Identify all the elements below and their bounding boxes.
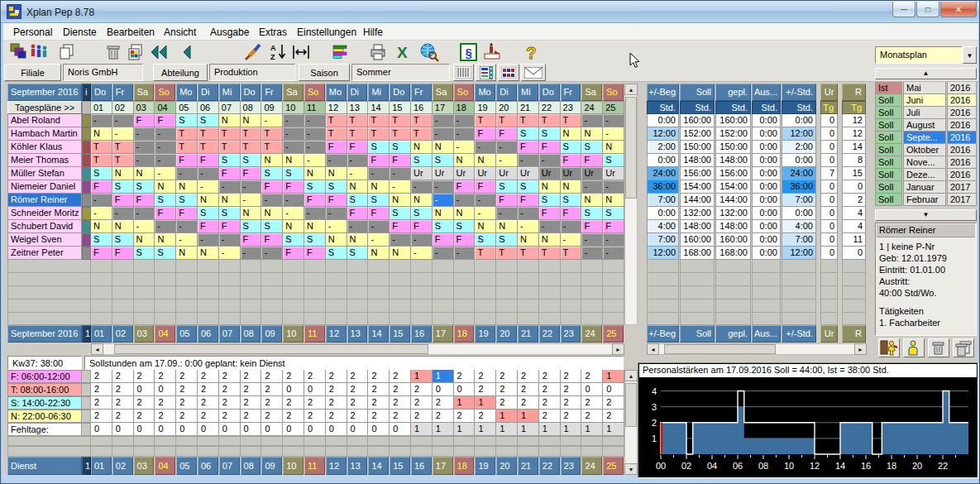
shift-cell[interactable]: - — [134, 220, 155, 233]
shift-cell[interactable]: - — [91, 114, 112, 127]
shift-cell[interactable]: - — [134, 207, 155, 220]
month-scope[interactable]: Soll — [875, 169, 902, 181]
coverage-value[interactable]: 2 — [518, 396, 539, 410]
hours-value[interactable]: 160:00 — [680, 114, 715, 127]
hours-value[interactable]: 144:00 — [715, 194, 751, 207]
shift-cell[interactable]: T — [561, 247, 582, 260]
shift-cell[interactable]: T — [347, 114, 369, 127]
shift-cell[interactable]: N — [454, 154, 476, 167]
shift-cell[interactable]: N — [134, 233, 155, 247]
dienst-day-09[interactable]: 09 — [261, 457, 282, 475]
coverage-value[interactable]: 2 — [539, 383, 561, 396]
back-icon[interactable] — [177, 42, 197, 62]
shift-cell[interactable]: S — [390, 207, 411, 220]
ur-days[interactable]: 0 — [820, 233, 838, 247]
shift-cell[interactable]: F — [261, 233, 283, 247]
dienst-day-13[interactable]: 13 — [347, 457, 368, 475]
shift-cell[interactable]: F — [326, 141, 347, 154]
shift-cell[interactable]: S — [283, 167, 304, 180]
coverage-value[interactable]: 2 — [134, 410, 155, 423]
month-scope[interactable]: Soll — [875, 119, 902, 132]
color-grid-icon[interactable] — [498, 64, 519, 81]
coverage-value[interactable]: 2 — [390, 370, 411, 383]
coverage-value[interactable]: 2 — [368, 383, 390, 396]
dow-header-06[interactable]: Di — [198, 84, 218, 101]
shift-cell[interactable]: T — [475, 114, 496, 127]
hours-value[interactable]: 154:00 — [715, 180, 751, 194]
coverage-value[interactable]: 2 — [241, 383, 262, 396]
saison-button[interactable]: Saison — [299, 64, 350, 81]
day-number-24[interactable]: 24 — [581, 101, 603, 114]
dienst-day-21[interactable]: 21 — [518, 457, 538, 475]
employee-name[interactable]: Müller Stefan — [7, 167, 82, 180]
month-name[interactable]: August — [903, 119, 946, 132]
dienst-day-23[interactable]: 23 — [561, 457, 581, 475]
shift-cell[interactable]: S — [603, 154, 624, 167]
shift-cell[interactable]: N — [603, 141, 624, 154]
day-number-07[interactable]: 07 — [219, 101, 241, 114]
shift-cell[interactable]: Ur — [475, 167, 496, 180]
shift-cell[interactable]: F — [134, 194, 155, 207]
coverage-value[interactable]: 2 — [219, 383, 241, 396]
shift-cell[interactable]: - — [219, 233, 241, 247]
hours-value[interactable]: 0:00 — [752, 194, 781, 207]
shift-cell[interactable]: Ur — [518, 167, 539, 180]
shift-cell[interactable]: - — [411, 247, 433, 260]
employee-name[interactable]: Meier Thomas — [7, 154, 82, 167]
shift-cell[interactable]: F — [198, 154, 219, 167]
coverage-value[interactable]: 2 — [198, 410, 219, 423]
month-scope[interactable]: Soll — [875, 94, 902, 107]
shift-cell[interactable]: - — [304, 114, 326, 127]
hours-value[interactable]: 2:00 — [647, 141, 679, 154]
coverage-value[interactable]: 2 — [496, 370, 518, 383]
coverage-value[interactable]: 1 — [496, 423, 518, 436]
hours-value[interactable]: 150:00 — [715, 141, 751, 154]
paste-special-icon[interactable] — [127, 42, 146, 62]
day-number-21[interactable]: 21 — [518, 101, 539, 114]
dienst-day-14[interactable]: 14 — [368, 457, 389, 475]
shift-cell[interactable]: - — [176, 167, 198, 180]
month-scope[interactable]: Soll — [875, 156, 902, 169]
shift-cell[interactable]: - — [241, 247, 262, 260]
hours-col-0[interactable]: +/-Beg — [647, 84, 679, 101]
coverage-value[interactable]: 0 — [155, 423, 176, 436]
coverage-value[interactable]: 2 — [433, 396, 454, 410]
shift-cell[interactable]: S — [539, 194, 561, 207]
dow-header-25[interactable]: So — [603, 84, 624, 101]
hours-value[interactable]: 2:00 — [782, 141, 816, 154]
coverage-value[interactable]: 0 — [347, 423, 369, 436]
shift-cell[interactable]: T — [241, 127, 262, 141]
hours-value[interactable]: 152:00 — [715, 127, 751, 141]
tagesplaene-button[interactable]: Tagespläne >> — [7, 101, 82, 114]
shift-cell[interactable]: Ur — [581, 167, 603, 180]
shift-cell[interactable]: T — [390, 114, 411, 127]
shift-cell[interactable]: - — [112, 207, 134, 220]
day-number-25[interactable]: 25 — [603, 101, 624, 114]
shift-cell[interactable]: S — [198, 114, 219, 127]
shift-cell[interactable]: - — [454, 247, 476, 260]
shift-cell[interactable]: T — [91, 141, 112, 154]
shift-cell[interactable]: S — [539, 127, 561, 141]
coverage-value[interactable]: 0 — [581, 383, 603, 396]
footer-month-day-16[interactable]: 16 — [411, 325, 432, 343]
shift-cell[interactable]: - — [304, 141, 326, 154]
shift-cell[interactable]: - — [603, 180, 624, 194]
hours-value[interactable]: 160:00 — [715, 114, 751, 127]
menu-item-personal[interactable]: Personal — [13, 26, 52, 38]
shift-cell[interactable]: - — [496, 141, 518, 154]
shift-cell[interactable]: N — [368, 247, 390, 260]
month-scope[interactable]: Soll — [875, 194, 902, 206]
dow-header-12[interactable]: Mo — [326, 84, 347, 101]
shift-cell[interactable]: N — [283, 220, 304, 233]
shift-cell[interactable]: - — [454, 141, 476, 154]
hours-col-4[interactable]: +/-Std. — [782, 84, 816, 101]
shift-cell[interactable]: - — [581, 180, 603, 194]
dienst-day-20[interactable]: 20 — [496, 457, 517, 475]
delete-icon[interactable] — [103, 42, 123, 62]
shift-cell[interactable]: S — [496, 180, 518, 194]
hours-value[interactable]: 150:00 — [680, 141, 715, 154]
hours-col-3[interactable]: Aus... — [752, 325, 781, 343]
shift-cell[interactable]: - — [134, 141, 155, 154]
coverage-value[interactable]: 2 — [581, 410, 603, 423]
shift-cell[interactable]: F — [539, 141, 561, 154]
